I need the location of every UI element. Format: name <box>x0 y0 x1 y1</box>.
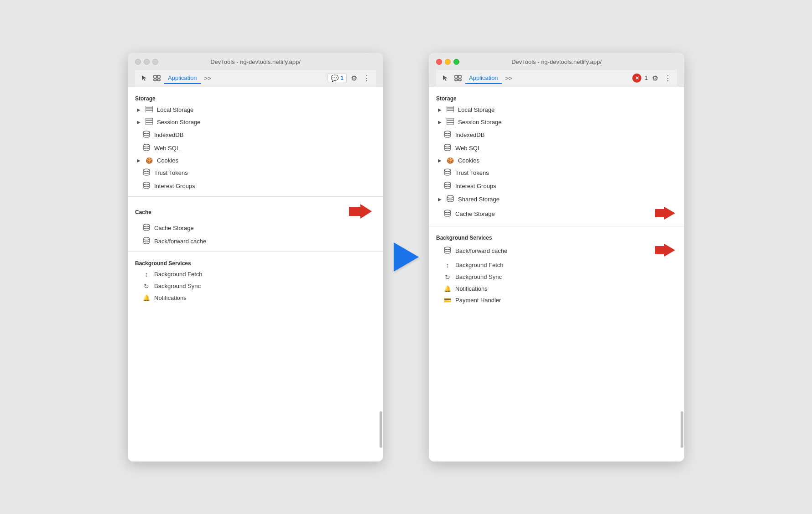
right-minimize-button[interactable] <box>445 59 451 65</box>
right-layers-icon[interactable] <box>453 73 463 84</box>
svg-rect-25 <box>447 121 454 122</box>
left-traffic-lights <box>135 59 158 65</box>
left-backforward-cache-item[interactable]: Back/forward cache <box>128 235 383 248</box>
left-session-storage-label: Session Storage <box>157 119 200 126</box>
left-session-storage-item[interactable]: ▶ Session Storage <box>128 116 383 128</box>
right-trust-tokens-icon <box>443 168 452 177</box>
svg-rect-20 <box>458 79 461 81</box>
right-badge-button[interactable]: ✕ 1 <box>632 73 648 83</box>
svg-rect-4 <box>146 106 153 108</box>
right-cache-storage-red-arrow <box>653 206 677 222</box>
blue-arrow-shape <box>394 242 419 272</box>
left-cache-storage-label: Cache Storage <box>154 225 194 231</box>
right-local-storage-icon <box>446 106 454 114</box>
left-minimize-button[interactable] <box>144 59 150 65</box>
right-interest-groups-item[interactable]: Interest Groups <box>429 179 684 193</box>
svg-marker-35 <box>655 244 675 257</box>
left-more-button[interactable]: >> <box>203 74 213 83</box>
left-session-storage-icon <box>145 118 153 126</box>
right-more-button[interactable]: >> <box>504 74 514 83</box>
svg-point-16 <box>143 237 150 240</box>
left-scrollbar-track <box>380 92 382 457</box>
right-close-button[interactable] <box>436 59 442 65</box>
right-bg-fetch-item[interactable]: ↕ Background Fetch <box>429 259 684 271</box>
right-session-storage-arrow: ▶ <box>438 120 442 125</box>
left-websql-icon <box>142 144 151 152</box>
left-bg-sync-item[interactable]: ↻ Background Sync <box>128 280 383 292</box>
left-notifications-item[interactable]: 🔔 Notifications <box>128 292 383 304</box>
right-websql-item[interactable]: Web SQL <box>429 142 684 155</box>
left-bg-sync-icon: ↻ <box>142 283 151 290</box>
left-toolbar: Application >> 💬 1 ⚙ ⋮ <box>135 70 376 87</box>
svg-point-31 <box>447 195 453 198</box>
right-browser-window: DevTools - ng-devtools.netlify.app/ <box>429 53 684 462</box>
right-bg-fetch-label: Background Fetch <box>455 262 504 268</box>
right-maximize-button[interactable] <box>453 59 459 65</box>
right-interest-groups-label: Interest Groups <box>455 183 496 189</box>
right-menu-icon[interactable]: ⋮ <box>662 73 673 84</box>
left-settings-icon[interactable]: ⚙ <box>349 73 359 84</box>
right-settings-icon[interactable]: ⚙ <box>650 73 661 84</box>
right-backforward-red-arrow <box>653 243 677 259</box>
left-application-tab[interactable]: Application <box>164 73 201 84</box>
left-notifications-icon: 🔔 <box>142 294 151 301</box>
right-cursor-icon[interactable] <box>440 73 451 84</box>
right-backforward-cache-item[interactable]: Back/forward cache <box>429 244 653 257</box>
right-local-storage-arrow: ▶ <box>438 107 442 112</box>
left-scrollbar-thumb[interactable] <box>380 411 382 448</box>
right-bg-sync-icon: ↻ <box>443 273 452 281</box>
right-cookies-icon: 🍪 <box>446 157 454 164</box>
svg-rect-18 <box>458 75 461 78</box>
right-bg-sync-item[interactable]: ↻ Background Sync <box>429 271 684 283</box>
svg-rect-2 <box>154 79 156 81</box>
left-cookies-item[interactable]: ▶ 🍪 Cookies <box>128 155 383 166</box>
right-backforward-row: Back/forward cache <box>429 243 684 259</box>
right-trust-tokens-item[interactable]: Trust Tokens <box>429 166 684 179</box>
left-notifications-label: Notifications <box>154 294 187 301</box>
right-error-badge: ✕ <box>632 73 641 83</box>
right-scrollbar-thumb[interactable] <box>681 411 683 448</box>
left-badge-button[interactable]: 💬 1 <box>328 73 347 83</box>
left-browser-window: DevTools - ng-devtools.netlify.app/ <box>128 53 383 462</box>
left-local-storage-label: Local Storage <box>157 106 193 113</box>
left-backforward-label: Back/forward cache <box>154 238 206 245</box>
right-cache-storage-item[interactable]: Cache Storage <box>429 207 653 220</box>
left-trust-tokens-item[interactable]: Trust Tokens <box>128 166 383 179</box>
right-payment-handler-item[interactable]: 💳 Payment Handler <box>429 294 684 306</box>
left-layers-icon[interactable] <box>151 73 162 84</box>
right-shared-storage-item[interactable]: ▶ Shared Storage <box>429 193 684 206</box>
left-local-storage-icon <box>145 106 153 114</box>
left-menu-icon[interactable]: ⋮ <box>361 73 372 84</box>
svg-rect-23 <box>447 110 454 112</box>
left-cache-storage-icon <box>142 224 151 232</box>
svg-marker-14 <box>349 204 372 219</box>
left-divider-2 <box>128 252 383 252</box>
right-notifications-item[interactable]: 🔔 Notifications <box>429 283 684 294</box>
left-bg-fetch-label: Background Fetch <box>154 271 203 278</box>
left-badge-count: 1 <box>340 75 344 81</box>
right-local-storage-item[interactable]: ▶ Local Storage <box>429 104 684 116</box>
right-cache-storage-icon <box>443 210 452 218</box>
left-bg-fetch-item[interactable]: ↕ Background Fetch <box>128 268 383 280</box>
svg-point-29 <box>444 169 451 172</box>
right-divider-1 <box>429 226 684 226</box>
right-session-storage-icon <box>446 118 454 126</box>
left-local-storage-item[interactable]: ▶ Local Storage <box>128 104 383 116</box>
left-interest-groups-item[interactable]: Interest Groups <box>128 179 383 193</box>
right-indexeddb-item[interactable]: IndexedDB <box>429 128 684 142</box>
right-application-tab[interactable]: Application <box>465 73 502 84</box>
right-cache-storage-label: Cache Storage <box>455 210 495 217</box>
right-cookies-item[interactable]: ▶ 🍪 Cookies <box>429 155 684 166</box>
svg-point-27 <box>444 131 451 134</box>
left-websql-item[interactable]: Web SQL <box>128 142 383 155</box>
left-cursor-icon[interactable] <box>139 73 150 84</box>
left-indexeddb-item[interactable]: IndexedDB <box>128 128 383 142</box>
left-bg-fetch-icon: ↕ <box>142 271 151 278</box>
svg-point-13 <box>143 182 150 185</box>
left-cache-storage-item[interactable]: Cache Storage <box>128 221 383 235</box>
left-maximize-button[interactable] <box>152 59 158 65</box>
right-payment-handler-label: Payment Handler <box>455 297 501 304</box>
left-close-button[interactable] <box>135 59 141 65</box>
left-bg-sync-label: Background Sync <box>154 283 201 289</box>
right-session-storage-item[interactable]: ▶ Session Storage <box>429 116 684 128</box>
